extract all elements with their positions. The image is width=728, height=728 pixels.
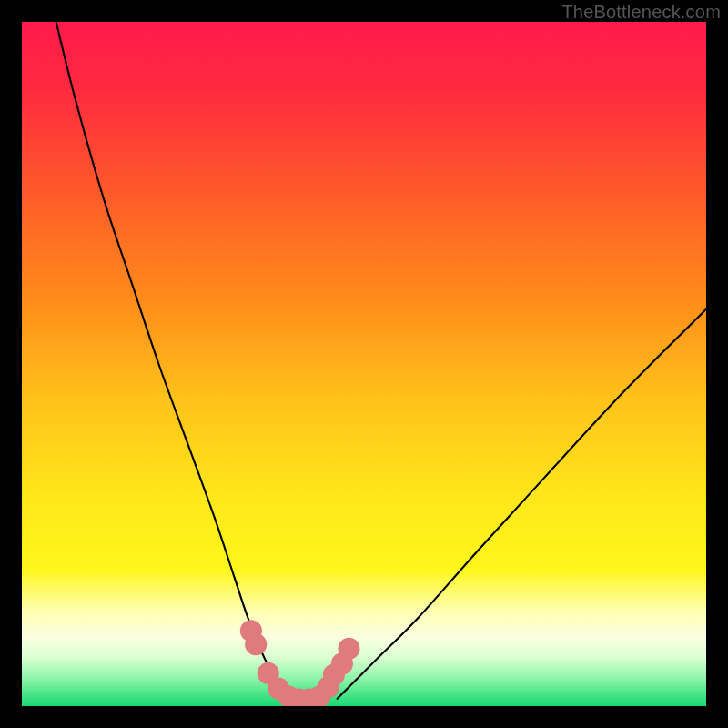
bottleneck-chart (22, 22, 706, 706)
watermark-label: TheBottleneck.com (561, 2, 721, 23)
chart-frame (22, 22, 706, 706)
marker-dot (245, 633, 267, 655)
chart-background (22, 22, 706, 706)
marker-dot (338, 638, 359, 660)
